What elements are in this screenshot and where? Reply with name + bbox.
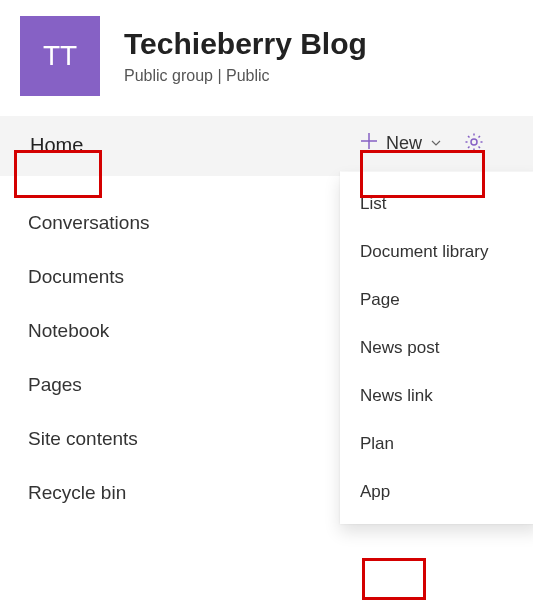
settings-button[interactable] [460,128,488,160]
plus-icon [360,132,378,155]
sidebar-item-site-contents[interactable]: Site contents [0,412,340,466]
sidebar-item-notebook[interactable]: Notebook [0,304,340,358]
new-menu-item-plan[interactable]: Plan [340,420,533,468]
new-button-label: New [386,133,422,154]
new-button[interactable]: New [350,126,452,161]
content-area: Home Conversations Documents Notebook Pa… [0,116,533,610]
site-info: Techieberry Blog Public group | Public [124,27,367,85]
sidebar-item-pages[interactable]: Pages [0,358,340,412]
new-menu-item-page[interactable]: Page [340,276,533,324]
sidebar-home-wrap: Home [0,116,340,176]
gear-icon [464,132,484,156]
site-title: Techieberry Blog [124,27,367,61]
site-logo-text: TT [43,40,77,72]
site-subtitle: Public group | Public [124,67,367,85]
new-menu-item-document-library[interactable]: Document library [340,228,533,276]
sidebar: Home Conversations Documents Notebook Pa… [0,116,340,610]
sidebar-item-documents[interactable]: Documents [0,250,340,304]
svg-point-2 [471,139,477,145]
sidebar-item-recycle-bin[interactable]: Recycle bin [0,466,340,520]
site-logo[interactable]: TT [20,16,100,96]
command-bar: New [340,116,533,171]
main-panel: New List Document library Page News post… [340,116,533,610]
site-header: TT Techieberry Blog Public group | Publi… [0,0,533,116]
new-menu-item-news-post[interactable]: News post [340,324,533,372]
sidebar-item-conversations[interactable]: Conversations [0,196,340,250]
new-menu-item-app[interactable]: App [340,468,533,516]
sidebar-item-home[interactable]: Home [20,130,93,161]
new-menu-item-news-link[interactable]: News link [340,372,533,420]
chevron-down-icon [430,133,442,154]
sidebar-nav: Conversations Documents Notebook Pages S… [0,176,340,520]
new-menu: List Document library Page News post New… [340,172,533,524]
new-menu-item-list[interactable]: List [340,180,533,228]
